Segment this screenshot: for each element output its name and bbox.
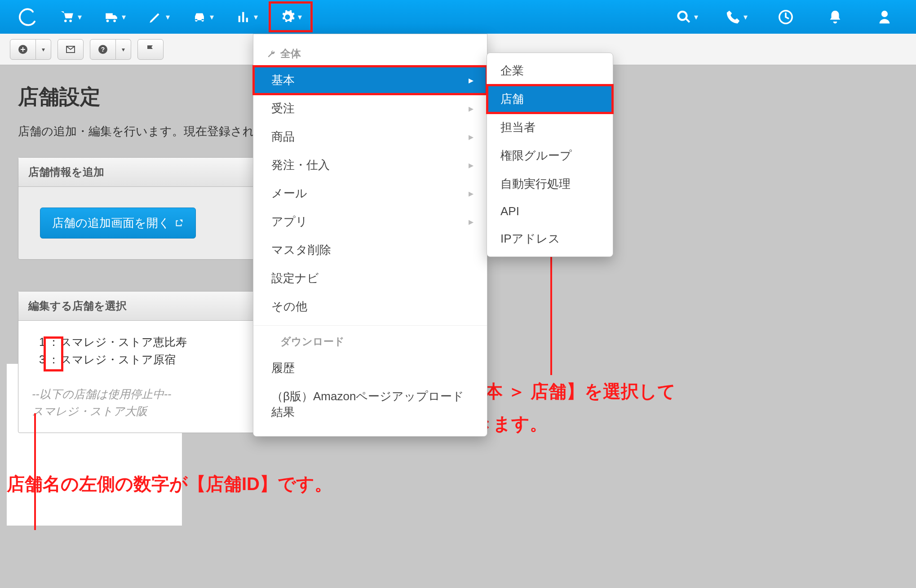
chevron-right-icon: ▸: [469, 131, 473, 143]
dropdown-item-label: （β版）Amazonページアップロード結果: [271, 389, 473, 420]
svg-text:?: ?: [101, 46, 105, 53]
nav-left-group: ▾ ▾ ▾ ▾ ▾ ▾: [4, 0, 313, 34]
nav-bell[interactable]: [817, 0, 853, 34]
chevron-right-icon: ▸: [469, 103, 473, 115]
clock-icon: [778, 9, 793, 25]
open-add-store-label: 店舗の追加画面を開く: [52, 215, 170, 231]
dropdown-item[interactable]: その他: [253, 292, 487, 321]
dropdown-item-label: 基本: [271, 72, 295, 88]
flag-icon: [145, 44, 156, 55]
chevron-right-icon: ▸: [469, 159, 473, 171]
add-button-group: ▾: [10, 39, 51, 60]
caret-down-icon: ▾: [743, 12, 748, 22]
external-link-icon: [174, 218, 184, 228]
nav-car[interactable]: ▾: [181, 0, 225, 34]
store-row[interactable]: 3 ： スマレジ・ストア原宿: [32, 351, 256, 368]
nav-truck[interactable]: ▾: [93, 0, 137, 34]
phone-icon: [726, 9, 741, 25]
caret-down-icon: ▾: [122, 12, 126, 22]
caret-down-icon: ▾: [694, 12, 698, 22]
settings-submenu: 企業店舗担当者権限グループ自動実行処理APIIPアドレス: [487, 53, 613, 257]
dropdown-section-header: 全体: [253, 40, 487, 66]
store-separator: ：: [48, 333, 59, 351]
car-icon: [192, 9, 207, 25]
user-icon: [877, 9, 892, 25]
annotation-text-2: 店舗名の左側の数字が【店舗ID】です。: [7, 472, 332, 496]
logo[interactable]: [4, 0, 49, 34]
caret-down-icon: ▾: [78, 12, 82, 22]
submenu-item[interactable]: 店舗: [487, 85, 613, 113]
dropdown-item-label: 受注: [271, 101, 295, 116]
question-circle-icon: ?: [97, 44, 108, 55]
dropdown-item-label: メール: [271, 186, 307, 201]
chevron-right-icon: ▸: [469, 216, 473, 228]
flag-button[interactable]: [137, 39, 164, 60]
dropdown-item-label: 発注・仕入: [271, 157, 330, 173]
nav-search[interactable]: ▾: [669, 0, 705, 34]
add-store-panel-header: 店舗情報を追加: [18, 158, 269, 187]
store-separator: ：: [48, 351, 59, 368]
submenu-item[interactable]: 企業: [487, 57, 613, 85]
store-id: 1: [32, 333, 47, 351]
caret-down-icon: ▾: [42, 46, 45, 53]
help-dropdown-button[interactable]: ▾: [116, 39, 131, 60]
help-button[interactable]: ?: [90, 39, 116, 60]
dropdown-item-label: アプリ: [271, 214, 308, 230]
cart-icon: [60, 9, 75, 25]
add-dropdown-button[interactable]: ▾: [36, 39, 51, 60]
dropdown-item[interactable]: マスタ削除: [253, 236, 487, 264]
submenu-item[interactable]: API: [487, 198, 613, 225]
submenu-item[interactable]: IPアドレス: [487, 225, 613, 253]
select-store-panel-header: 編集する店舗を選択: [18, 292, 269, 321]
open-add-store-button[interactable]: 店舗の追加画面を開く: [40, 208, 196, 239]
select-store-panel: 編集する店舗を選択 1 ： スマレジ・ストア恵比寿 3 ： スマレジ・ストア原宿…: [18, 291, 270, 433]
caret-down-icon: ▾: [166, 12, 170, 22]
inactive-note: --以下の店舗は使用停止中--: [32, 385, 256, 403]
bar-chart-icon: [236, 9, 251, 25]
submenu-item[interactable]: 担当者: [487, 113, 613, 141]
dropdown-item[interactable]: 履歴: [253, 354, 487, 382]
store-row[interactable]: 1 ： スマレジ・ストア恵比寿: [32, 333, 256, 351]
submenu-item[interactable]: 権限グループ: [487, 141, 613, 170]
chevron-right-icon: ▸: [469, 188, 473, 199]
dropdown-item[interactable]: （β版）Amazonページアップロード結果: [253, 382, 487, 426]
caret-down-icon: ▾: [122, 46, 125, 53]
nav-pencil[interactable]: ▾: [137, 0, 181, 34]
store-id: 3: [32, 351, 47, 368]
top-navbar: ▾ ▾ ▾ ▾ ▾ ▾ ▾ ▾: [0, 0, 916, 34]
caret-down-icon: ▾: [210, 12, 214, 22]
dropdown-item-label: その他: [271, 299, 307, 314]
dropdown-section-header: ダウンロード: [253, 325, 487, 354]
dropdown-item-label: 履歴: [271, 360, 295, 376]
dropdown-item-label: マスタ削除: [271, 242, 331, 258]
store-name: スマレジ・ストア原宿: [60, 351, 176, 368]
nav-phone[interactable]: ▾: [718, 0, 754, 34]
submenu-item[interactable]: 自動実行処理: [487, 170, 613, 198]
dropdown-item[interactable]: 商品▸: [253, 123, 487, 151]
pencil-icon: [148, 9, 163, 25]
dropdown-item[interactable]: 発注・仕入▸: [253, 151, 487, 179]
dropdown-item[interactable]: アプリ▸: [253, 208, 487, 236]
plus-circle-icon: [18, 44, 28, 55]
gear-icon: [280, 9, 295, 25]
dropdown-item[interactable]: メール▸: [253, 179, 487, 208]
nav-user[interactable]: [867, 0, 903, 34]
dropdown-item-label: 設定ナビ: [271, 270, 319, 286]
inactive-store-row: スマレジ・ストア大阪: [32, 402, 256, 420]
dropdown-item[interactable]: 受注▸: [253, 94, 487, 123]
nav-gear[interactable]: ▾: [269, 0, 313, 34]
settings-dropdown: 全体 基本▸受注▸商品▸発注・仕入▸メール▸アプリ▸マスタ削除設定ナビその他 ダ…: [253, 34, 487, 437]
search-icon: [676, 9, 691, 25]
nav-clock[interactable]: [768, 0, 804, 34]
wrench-icon: [267, 49, 276, 58]
caret-down-icon: ▾: [254, 12, 258, 22]
download-icon: [267, 337, 276, 346]
nav-cart[interactable]: ▾: [49, 0, 93, 34]
store-name: スマレジ・ストア恵比寿: [60, 333, 187, 351]
dropdown-item[interactable]: 設定ナビ: [253, 264, 487, 292]
mail-button[interactable]: [58, 39, 84, 60]
add-button[interactable]: [10, 39, 36, 60]
dropdown-item[interactable]: 基本▸: [253, 66, 487, 94]
nav-right-group: ▾ ▾: [669, 0, 912, 34]
nav-chart[interactable]: ▾: [225, 0, 269, 34]
